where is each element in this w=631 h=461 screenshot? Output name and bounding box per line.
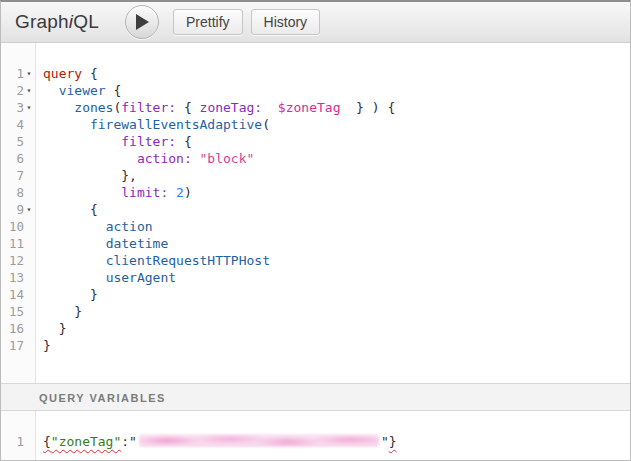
code-token: firewallEventsAdaptive [90, 117, 262, 132]
line-number: 10 [1, 218, 35, 235]
fold-arrow-icon[interactable]: ▾ [24, 65, 34, 82]
code-token: } [389, 434, 397, 449]
variables-title: QUERY VARIABLES [39, 392, 166, 404]
code-token [43, 151, 137, 166]
line-number: 15 [1, 303, 35, 320]
query-code[interactable]: query { viewer { zones(filter: { zoneTag… [37, 43, 630, 354]
code-line[interactable]: viewer { [43, 82, 630, 99]
line-number: 14 [1, 286, 35, 303]
code-token: userAgent [106, 270, 176, 285]
code-line[interactable]: filter: { [43, 133, 630, 150]
code-token: } ) { [340, 100, 395, 115]
code-token [43, 236, 106, 251]
code-token: : [121, 434, 129, 449]
code-line[interactable]: {"zoneTag":""} [43, 433, 630, 450]
code-line[interactable]: clientRequestHTTPHost [43, 252, 630, 269]
code-token: datetime [106, 236, 169, 251]
variables-code[interactable]: {"zoneTag":""} [37, 411, 630, 450]
code-token: ( [262, 117, 270, 132]
code-token: }, [43, 168, 137, 183]
variables-title-bar[interactable]: QUERY VARIABLES [1, 383, 630, 411]
code-line[interactable]: firewallEventsAdaptive( [43, 116, 630, 133]
history-button[interactable]: History [251, 9, 321, 35]
execute-query-button[interactable] [125, 5, 159, 39]
redacted-zone-tag-value [139, 434, 379, 447]
code-token [43, 117, 90, 132]
code-line[interactable]: query { [43, 65, 630, 82]
code-line[interactable]: { [43, 201, 630, 218]
logo-part-graph: Graph [15, 11, 69, 32]
line-number-text: 14 [9, 286, 24, 303]
code-token: { [43, 202, 98, 217]
code-token: } [43, 304, 82, 319]
code-token [43, 134, 121, 149]
code-token [43, 253, 106, 268]
graphiql-logo: GraphiQL [15, 11, 99, 33]
code-token: $zoneTag [278, 100, 341, 115]
line-number-text: 16 [9, 320, 24, 337]
line-number-text: 4 [16, 116, 24, 133]
code-token: zoneTag: [200, 100, 263, 115]
line-number-text: 13 [9, 269, 24, 286]
code-line[interactable]: userAgent [43, 269, 630, 286]
prettify-button[interactable]: Prettify [173, 9, 243, 35]
code-token: } [43, 287, 98, 302]
play-icon [133, 14, 150, 30]
line-number-text: 1 [16, 433, 24, 450]
code-token: action [106, 219, 153, 234]
line-number: 17 [1, 337, 35, 354]
code-token: { [43, 434, 51, 449]
line-number: 1▾ [1, 65, 35, 82]
line-number: 8 [1, 184, 35, 201]
code-token: filter: [121, 100, 176, 115]
fold-arrow-icon[interactable]: ▾ [24, 99, 34, 116]
code-line[interactable]: datetime [43, 235, 630, 252]
code-line[interactable]: limit: 2) [43, 184, 630, 201]
line-number-text: 17 [9, 337, 24, 354]
code-token: } [43, 338, 51, 353]
line-number: 11 [1, 235, 35, 252]
logo-part-ql: QL [73, 11, 99, 32]
graphiql-app: GraphiQL Prettify History 1▾2▾3▾456789▾1… [0, 0, 631, 461]
code-token [192, 151, 200, 166]
line-number-text: 3 [16, 99, 24, 116]
line-number-text: 7 [16, 167, 24, 184]
code-line[interactable]: } [43, 337, 630, 354]
code-line[interactable]: } [43, 303, 630, 320]
line-number: 5 [1, 133, 35, 150]
line-number: 7 [1, 167, 35, 184]
toolbar: GraphiQL Prettify History [1, 2, 630, 43]
line-number-text: 15 [9, 303, 24, 320]
code-line[interactable]: } [43, 320, 630, 337]
line-number: 4 [1, 116, 35, 133]
code-token [43, 83, 59, 98]
code-token: "block" [200, 151, 255, 166]
code-line[interactable]: } [43, 286, 630, 303]
code-token: filter: [121, 134, 176, 149]
variables-editor[interactable]: 1 {"zoneTag":""} [1, 411, 630, 460]
code-line[interactable]: action: "block" [43, 150, 630, 167]
code-token [262, 100, 278, 115]
code-token: { [82, 66, 98, 81]
variables-gutter: 1 [1, 411, 36, 460]
code-line[interactable]: zones(filter: { zoneTag: $zoneTag } ) { [43, 99, 630, 116]
line-number-text: 2 [16, 82, 24, 99]
line-number-text: 6 [16, 150, 24, 167]
line-number: 3▾ [1, 99, 35, 116]
line-number-text: 12 [9, 252, 24, 269]
code-token: action: [137, 151, 192, 166]
fold-arrow-icon[interactable]: ▾ [24, 201, 34, 218]
code-line[interactable]: }, [43, 167, 630, 184]
query-editor[interactable]: 1▾2▾3▾456789▾1011121314151617 query { vi… [1, 43, 630, 383]
code-line[interactable]: action [43, 218, 630, 235]
code-token: " [129, 434, 137, 449]
line-number-text: 5 [16, 133, 24, 150]
query-gutter: 1▾2▾3▾456789▾1011121314151617 [1, 43, 36, 383]
code-token: { [106, 83, 122, 98]
line-number-text: 11 [9, 235, 24, 252]
code-token: ) [184, 185, 192, 200]
code-token: query [43, 66, 82, 81]
line-number: 16 [1, 320, 35, 337]
code-token: { [176, 100, 199, 115]
fold-arrow-icon[interactable]: ▾ [24, 82, 34, 99]
